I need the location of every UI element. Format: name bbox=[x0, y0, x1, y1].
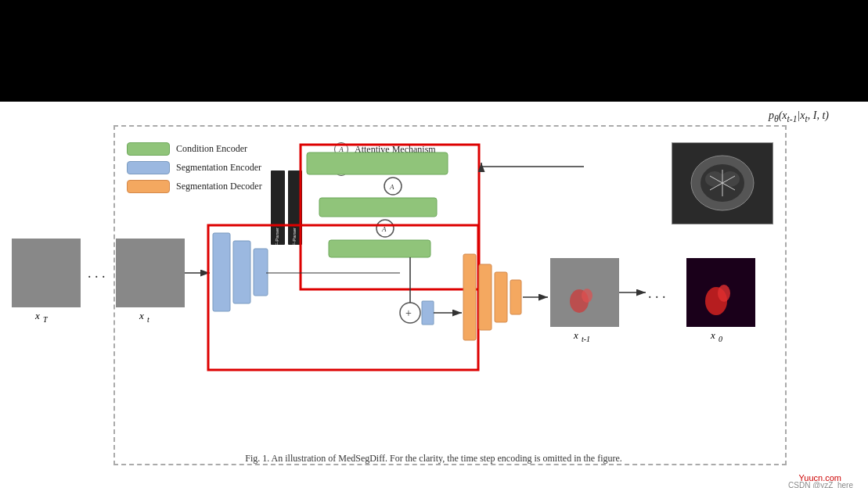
brain-mri-image bbox=[672, 142, 773, 224]
legend-right: A Attentive Mechanism + Addition bbox=[334, 142, 436, 176]
legend-label-condition: Condition Encoder bbox=[176, 143, 247, 155]
legend: Condition Encoder Segmentation Encoder S… bbox=[127, 142, 262, 193]
svg-text:T: T bbox=[43, 315, 49, 324]
legend-label-attentive: Attentive Mechanism bbox=[355, 144, 436, 156]
legend-label-seg-decoder: Segmentation Decoder bbox=[176, 181, 262, 192]
legend-label-addition: Addition bbox=[355, 163, 388, 175]
black-top-bar bbox=[0, 0, 868, 102]
watermark2-text: CSDN @yzZ_here bbox=[788, 481, 853, 488]
legend-color-seg-decoder bbox=[127, 180, 170, 193]
legend-item-addition: + Addition bbox=[334, 162, 436, 176]
noisy-image-xt bbox=[12, 239, 81, 307]
legend-symbol-addition: + bbox=[334, 162, 348, 176]
legend-label-seg-encoder: Segmentation Encoder bbox=[176, 162, 261, 174]
legend-color-seg-encoder bbox=[127, 161, 170, 174]
formula-label: pθ(xt-1|xt, I, t) bbox=[769, 109, 829, 124]
legend-item-seg-decoder: Segmentation Decoder bbox=[127, 180, 262, 193]
legend-item-seg-encoder: Segmentation Encoder bbox=[127, 161, 262, 174]
legend-item-condition: Condition Encoder bbox=[127, 142, 262, 156]
dashed-outer-box: Condition Encoder Segmentation Encoder S… bbox=[113, 125, 787, 465]
main-content: pθ(xt-1|xt, I, t) Condition Encoder Segm… bbox=[0, 102, 868, 488]
watermark-text: Yuucn.com bbox=[799, 473, 841, 483]
svg-text:x: x bbox=[34, 310, 40, 321]
svg-point-3 bbox=[721, 171, 740, 187]
legend-item-attentive: A Attentive Mechanism bbox=[334, 142, 436, 156]
svg-text:. . .: . . . bbox=[88, 265, 106, 281]
brain-svg bbox=[675, 146, 769, 221]
legend-color-condition bbox=[127, 142, 170, 156]
legend-symbol-attentive: A bbox=[334, 142, 348, 156]
